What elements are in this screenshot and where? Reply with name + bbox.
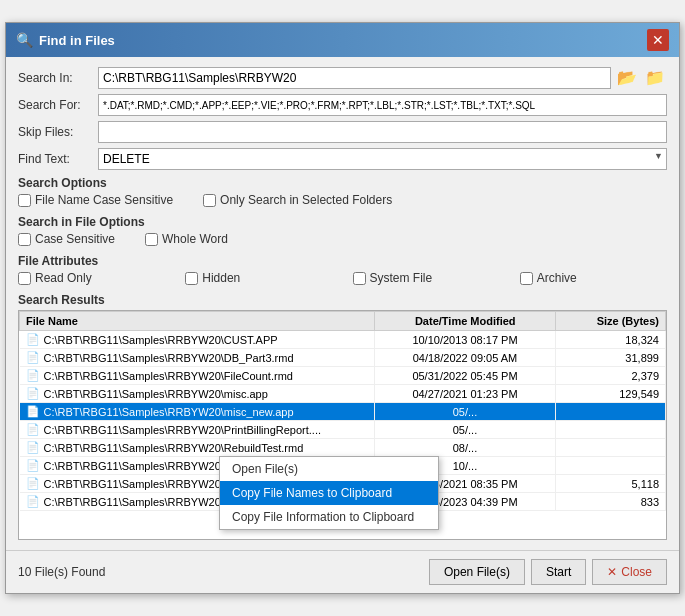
file-icon: 📄 bbox=[26, 441, 40, 454]
search-for-row: Search For: bbox=[18, 94, 667, 116]
cell-date: 05/31/2022 05:45 PM bbox=[375, 367, 556, 385]
file-name-text: C:\RBT\RBG11\Samples\RRBYW20\FileCount.r… bbox=[44, 370, 293, 382]
read-only-label: Read Only bbox=[35, 271, 92, 285]
archive-label: Archive bbox=[537, 271, 577, 285]
cell-size: 2,379 bbox=[556, 367, 666, 385]
archive-checkbox[interactable] bbox=[520, 272, 533, 285]
table-row[interactable]: 📄C:\RBT\RBG11\Samples\RRBYW20\RebuildTes… bbox=[20, 439, 666, 457]
read-only-row: Read Only bbox=[18, 271, 165, 285]
search-in-input[interactable] bbox=[98, 67, 611, 89]
read-only-checkbox[interactable] bbox=[18, 272, 31, 285]
cell-filename: 📄C:\RBT\RBG11\Samples\RRBYW20\misc_new.a… bbox=[20, 403, 375, 420]
results-table-header: File Name Date/Time Modified Size (Bytes… bbox=[20, 312, 666, 331]
search-in-input-group: 📂 📁 bbox=[98, 67, 667, 89]
cell-filename: 📄C:\RBT\RBG11\Samples\RRBYW20\CUST.APP bbox=[20, 331, 375, 348]
search-in-file-options-label: Search in File Options bbox=[18, 215, 667, 229]
only-search-selected-checkbox[interactable] bbox=[203, 194, 216, 207]
find-text-label: Find Text: bbox=[18, 152, 98, 166]
system-file-label: System File bbox=[370, 271, 433, 285]
whole-word-label: Whole Word bbox=[162, 232, 228, 246]
whole-word-checkbox[interactable] bbox=[145, 233, 158, 246]
title-bar-left: 🔍 Find in Files bbox=[16, 32, 115, 48]
cell-size bbox=[556, 457, 666, 475]
cell-date: 05/... bbox=[375, 421, 556, 439]
file-attributes-label: File Attributes bbox=[18, 254, 667, 268]
hidden-checkbox[interactable] bbox=[185, 272, 198, 285]
file-name-case-sensitive-row: File Name Case Sensitive bbox=[18, 193, 173, 207]
file-attributes-group: Read Only Hidden System File Archive bbox=[18, 271, 667, 287]
table-row[interactable]: 📄C:\RBT\RBG11\Samples\RRBYW20\CUST.APP10… bbox=[20, 331, 666, 349]
file-icon: 📄 bbox=[26, 477, 40, 490]
archive-row: Archive bbox=[520, 271, 667, 285]
start-button[interactable]: Start bbox=[531, 559, 586, 585]
file-name-text: C:\RBT\RBG11\Samples\RRBYW20\RebuildTest… bbox=[44, 442, 304, 454]
file-icon: 📄 bbox=[26, 495, 40, 508]
dialog-content: Search In: 📂 📁 Search For: Skip Files: F… bbox=[6, 57, 679, 550]
dialog-footer: 10 File(s) Found Open File(s) Start ✕ Cl… bbox=[6, 550, 679, 593]
file-name-text: C:\RBT\RBG11\Samples\RRBYW20\misc.app bbox=[44, 388, 268, 400]
cell-size bbox=[556, 421, 666, 439]
close-button[interactable]: ✕ Close bbox=[592, 559, 667, 585]
col-date-modified: Date/Time Modified bbox=[375, 312, 556, 331]
context-menu-open-files[interactable]: Open File(s) bbox=[220, 457, 438, 481]
file-name-text: C:\RBT\RBG11\Samples\RRBYW20\misc_new.ap… bbox=[44, 406, 294, 418]
file-name-text: C:\RBT\RBG11\Samples\RRBYW20\PrintBillin… bbox=[44, 424, 322, 436]
file-icon: 📄 bbox=[26, 405, 40, 418]
close-label: Close bbox=[621, 565, 652, 579]
context-menu-copy-names[interactable]: Copy File Names to Clipboard bbox=[220, 481, 438, 505]
cell-date: 10/10/2013 08:17 PM bbox=[375, 331, 556, 349]
file-icon: 📄 bbox=[26, 423, 40, 436]
cell-size: 833 bbox=[556, 493, 666, 511]
open-files-button[interactable]: Open File(s) bbox=[429, 559, 525, 585]
cell-size: 31,899 bbox=[556, 349, 666, 367]
search-for-input[interactable] bbox=[98, 94, 667, 116]
context-menu: Open File(s) Copy File Names to Clipboar… bbox=[219, 456, 439, 530]
find-text-wrapper bbox=[98, 148, 667, 170]
context-menu-copy-info[interactable]: Copy File Information to Clipboard bbox=[220, 505, 438, 529]
cell-size: 5,118 bbox=[556, 475, 666, 493]
footer-buttons: Open File(s) Start ✕ Close bbox=[429, 559, 667, 585]
table-row[interactable]: 📄C:\RBT\RBG11\Samples\RRBYW20\PrintBilli… bbox=[20, 421, 666, 439]
browse-folder-button2[interactable]: 📁 bbox=[643, 67, 667, 89]
only-search-selected-label: Only Search in Selected Folders bbox=[220, 193, 392, 207]
search-options-label: Search Options bbox=[18, 176, 667, 190]
cell-date: 05/... bbox=[375, 403, 556, 421]
cell-filename: 📄C:\RBT\RBG11\Samples\RRBYW20\RebuildTes… bbox=[20, 439, 375, 456]
col-file-name: File Name bbox=[20, 312, 375, 331]
window-close-button[interactable]: ✕ bbox=[647, 29, 669, 51]
skip-files-label: Skip Files: bbox=[18, 125, 98, 139]
dialog-title: Find in Files bbox=[39, 33, 115, 48]
close-icon: ✕ bbox=[607, 565, 617, 579]
table-row[interactable]: 📄C:\RBT\RBG11\Samples\RRBYW20\FileCount.… bbox=[20, 367, 666, 385]
file-icon: 📄 bbox=[26, 369, 40, 382]
file-name-text: C:\RBT\RBG11\Samples\RRBYW20\DB_Part3.rm… bbox=[44, 352, 294, 364]
system-file-row: System File bbox=[353, 271, 500, 285]
file-icon: 📄 bbox=[26, 333, 40, 346]
cell-size: 18,324 bbox=[556, 331, 666, 349]
file-name-text: C:\RBT\RBG11\Samples\RRBYW20\CUST.APP bbox=[44, 334, 278, 346]
results-table-container[interactable]: File Name Date/Time Modified Size (Bytes… bbox=[18, 310, 667, 540]
case-sensitive-label: Case Sensitive bbox=[35, 232, 115, 246]
file-icon: 📄 bbox=[26, 387, 40, 400]
find-in-files-dialog: 🔍 Find in Files ✕ Search In: 📂 📁 Search … bbox=[5, 22, 680, 594]
browse-folder-button1[interactable]: 📂 bbox=[615, 67, 639, 89]
search-results-label: Search Results bbox=[18, 293, 667, 307]
table-row[interactable]: 📄C:\RBT\RBG11\Samples\RRBYW20\DB_Part3.r… bbox=[20, 349, 666, 367]
case-sensitive-checkbox[interactable] bbox=[18, 233, 31, 246]
find-text-input[interactable] bbox=[98, 148, 667, 170]
cell-date: 04/27/2021 01:23 PM bbox=[375, 385, 556, 403]
col-size: Size (Bytes) bbox=[556, 312, 666, 331]
search-in-row: Search In: 📂 📁 bbox=[18, 67, 667, 89]
skip-files-input[interactable] bbox=[98, 121, 667, 143]
table-row[interactable]: 📄C:\RBT\RBG11\Samples\RRBYW20\misc.app04… bbox=[20, 385, 666, 403]
whole-word-row: Whole Word bbox=[145, 232, 228, 246]
skip-files-row: Skip Files: bbox=[18, 121, 667, 143]
search-options-group: File Name Case Sensitive Only Search in … bbox=[18, 193, 667, 209]
file-icon: 📄 bbox=[26, 351, 40, 364]
file-name-case-sensitive-checkbox[interactable] bbox=[18, 194, 31, 207]
cell-size: 129,549 bbox=[556, 385, 666, 403]
footer-status: 10 File(s) Found bbox=[18, 565, 105, 579]
cell-date: 08/... bbox=[375, 439, 556, 457]
table-row[interactable]: 📄C:\RBT\RBG11\Samples\RRBYW20\misc_new.a… bbox=[20, 403, 666, 421]
system-file-checkbox[interactable] bbox=[353, 272, 366, 285]
